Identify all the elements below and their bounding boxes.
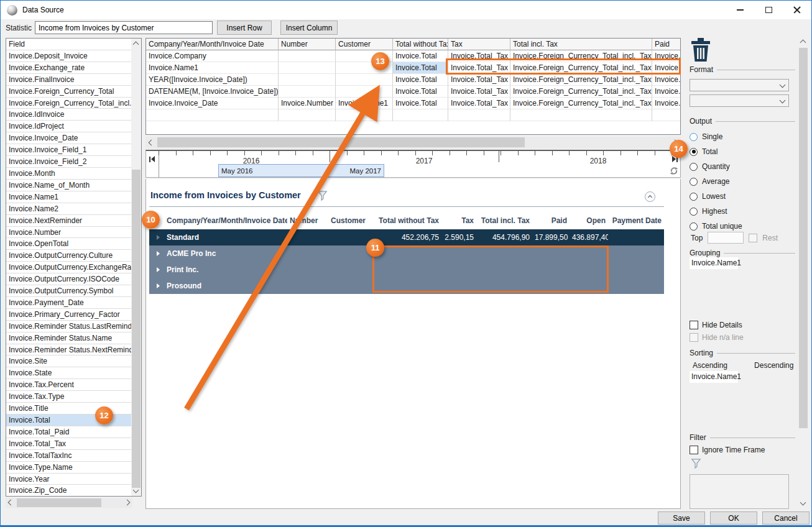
field-list-item[interactable]: Invoice.IdInvoice bbox=[6, 109, 131, 121]
field-list-item[interactable]: Invoice.Number bbox=[6, 227, 131, 239]
grid-cell[interactable]: YEAR([Invoice.Invoice_Date]) bbox=[146, 74, 279, 86]
scroll-down-icon[interactable] bbox=[133, 487, 139, 493]
output-option[interactable]: Quantity bbox=[690, 159, 795, 174]
scroll-up-icon[interactable] bbox=[800, 40, 806, 46]
grid-cell[interactable]: DATENAME(M, [Invoice.Invoice_Date]) bbox=[146, 86, 279, 98]
preview-group-row[interactable]: Prosound bbox=[149, 278, 664, 294]
radio-icon[interactable] bbox=[690, 208, 698, 216]
statistic-input[interactable] bbox=[35, 21, 213, 34]
radio-icon[interactable] bbox=[690, 163, 698, 171]
main-vscroll-thumb[interactable] bbox=[799, 48, 808, 428]
grid-cell[interactable]: Invoice.Name1 bbox=[146, 62, 279, 74]
preview-filter-icon[interactable] bbox=[317, 190, 328, 203]
field-list-item[interactable]: Invoice.Name_of_Month bbox=[6, 180, 131, 191]
field-list-item[interactable]: Invoice.NextReminder bbox=[6, 215, 131, 227]
field-list-item[interactable]: Invoice.Invoice_Date bbox=[6, 132, 131, 144]
scroll-up-icon[interactable] bbox=[133, 42, 139, 48]
field-list-item[interactable]: Invoice.Name2 bbox=[6, 203, 131, 215]
grid-cell[interactable] bbox=[336, 86, 393, 98]
ok-button[interactable]: OK bbox=[710, 511, 757, 525]
insert-row-button[interactable]: Insert Row bbox=[217, 21, 272, 35]
sorting-value[interactable]: Invoice.Name1 bbox=[690, 371, 738, 383]
output-option[interactable]: Highest bbox=[690, 204, 795, 219]
preview-group-row[interactable]: ACME Pro Inc bbox=[149, 245, 664, 262]
field-list-item[interactable]: Invoice.OutputCurrency.ExchangeRate bbox=[6, 262, 131, 273]
output-option[interactable]: Single bbox=[690, 129, 795, 144]
field-list-item[interactable]: Invoice.Invoice_Field_2 bbox=[6, 156, 131, 168]
grid-column-header[interactable]: Tax bbox=[448, 39, 510, 50]
grid-cell[interactable]: Invoice.To bbox=[652, 86, 681, 98]
field-list-item[interactable]: Invoice.Site bbox=[6, 355, 131, 367]
timeline-skip-end-icon[interactable] bbox=[672, 156, 678, 162]
grid-cell[interactable]: Invoice.Total_Tax bbox=[448, 62, 510, 74]
rest-checkbox[interactable] bbox=[749, 234, 757, 242]
field-list-item[interactable]: Invoice.Zip_Code bbox=[6, 485, 131, 496]
grid-column-header[interactable]: Total without Tax bbox=[393, 39, 448, 50]
preview-total-row[interactable]: Standard 452.206,75 2.590,15 454.796,90 … bbox=[149, 229, 664, 245]
grid-cell[interactable] bbox=[279, 50, 336, 62]
scroll-left-icon[interactable] bbox=[8, 500, 14, 506]
field-list-item[interactable]: Invoice.Reminder Status.NextReminder bbox=[6, 344, 131, 356]
scroll-right-icon[interactable] bbox=[672, 140, 678, 146]
grid-cell[interactable]: Invoice.Total_Tax bbox=[448, 74, 510, 86]
grid-empty-cell[interactable] bbox=[652, 109, 681, 121]
radio-icon[interactable] bbox=[690, 178, 698, 186]
grid-empty-cell[interactable] bbox=[510, 109, 652, 121]
cancel-button[interactable]: Cancel bbox=[762, 511, 810, 525]
format-dropdown-2[interactable] bbox=[690, 94, 789, 107]
field-list-item[interactable]: Invoice.Foreign_Currency_Total_incl._Tax bbox=[6, 98, 131, 109]
grid-cell[interactable]: Invoice.Total_Tax bbox=[448, 98, 510, 109]
field-list-vscroll-thumb[interactable] bbox=[132, 170, 141, 488]
save-button[interactable]: Save bbox=[658, 511, 705, 525]
grid-column-header[interactable]: Paid bbox=[652, 39, 681, 50]
timeline-skip-start-icon[interactable] bbox=[149, 156, 155, 162]
output-option[interactable]: Average bbox=[690, 174, 795, 189]
field-list-item[interactable]: Invoice.OutputCurrency.Symbol bbox=[6, 285, 131, 297]
grid-cell[interactable]: Invoice.Total bbox=[393, 62, 448, 74]
field-list-item[interactable]: Invoice.Exchange_rate bbox=[6, 62, 131, 74]
field-list-item[interactable]: Invoice.OutputCurrency.ISOCode bbox=[6, 273, 131, 285]
field-list-item[interactable]: Invoice.Title bbox=[6, 403, 131, 415]
expand-icon[interactable] bbox=[157, 251, 160, 256]
grid-cell[interactable] bbox=[336, 50, 393, 62]
field-list-item[interactable]: Invoice.Reminder Status.LastReminder bbox=[6, 321, 131, 332]
grid-column-header[interactable]: Customer bbox=[336, 39, 393, 50]
radio-icon[interactable] bbox=[690, 148, 698, 156]
radio-icon[interactable] bbox=[690, 133, 698, 141]
hide-details-row[interactable]: Hide Details bbox=[690, 321, 742, 329]
timeline-range-selector[interactable]: May 2016 May 2017 bbox=[218, 164, 384, 177]
field-list-hscroll-thumb[interactable] bbox=[17, 498, 101, 507]
grid-hscrollbar[interactable] bbox=[145, 137, 681, 149]
hide-details-checkbox[interactable] bbox=[690, 321, 698, 329]
hide-na-row[interactable]: Hide n/a line bbox=[690, 333, 744, 342]
field-list-item[interactable]: Invoice.Name1 bbox=[6, 191, 131, 203]
preview-group-row[interactable]: Print Inc. bbox=[149, 262, 664, 278]
grid-column-header[interactable]: Company/Year/Month/Invoice Date bbox=[146, 39, 279, 50]
grid-cell[interactable]: Invoice.Total bbox=[393, 86, 448, 98]
field-list-item[interactable]: Invoice.Total bbox=[6, 415, 131, 426]
grid-column-header[interactable]: Number bbox=[279, 39, 336, 50]
field-list-item[interactable]: Invoice.OutputCurrency.Culture bbox=[6, 250, 131, 262]
grid-cell[interactable]: Invoice.Name1 bbox=[336, 98, 393, 109]
trash-icon[interactable] bbox=[690, 38, 712, 65]
grid-cell[interactable]: Invoice.To bbox=[652, 98, 681, 109]
grid-cell[interactable] bbox=[279, 62, 336, 74]
scroll-down-icon[interactable] bbox=[800, 500, 806, 506]
grid-cell[interactable]: Invoice.Company bbox=[146, 50, 279, 62]
field-list-item[interactable]: Invoice.Type.Name bbox=[6, 462, 131, 474]
grid-cell[interactable] bbox=[336, 74, 393, 86]
hide-na-checkbox[interactable] bbox=[690, 333, 698, 342]
grid-cell[interactable]: Invoice.Foreign_Currency_Total_incl._Tax bbox=[510, 86, 652, 98]
grid-cell[interactable]: Invoice.Total bbox=[393, 50, 448, 62]
grid-cell[interactable] bbox=[279, 74, 336, 86]
titlebar[interactable]: Data Source bbox=[1, 1, 811, 19]
grid-cell[interactable]: Invoice.Total bbox=[393, 98, 448, 109]
expand-icon[interactable] bbox=[157, 235, 160, 240]
ignore-time-frame-checkbox[interactable] bbox=[690, 446, 698, 454]
format-dropdown-1[interactable] bbox=[690, 79, 789, 91]
grouping-value[interactable]: Invoice.Name1 bbox=[690, 257, 738, 269]
insert-column-button[interactable]: Insert Column bbox=[280, 21, 338, 35]
field-list-vscrollbar[interactable] bbox=[131, 39, 141, 496]
field-list-item[interactable]: Invoice.Deposit_Invoice bbox=[6, 50, 131, 62]
ascending-label[interactable]: Ascending bbox=[693, 361, 727, 370]
